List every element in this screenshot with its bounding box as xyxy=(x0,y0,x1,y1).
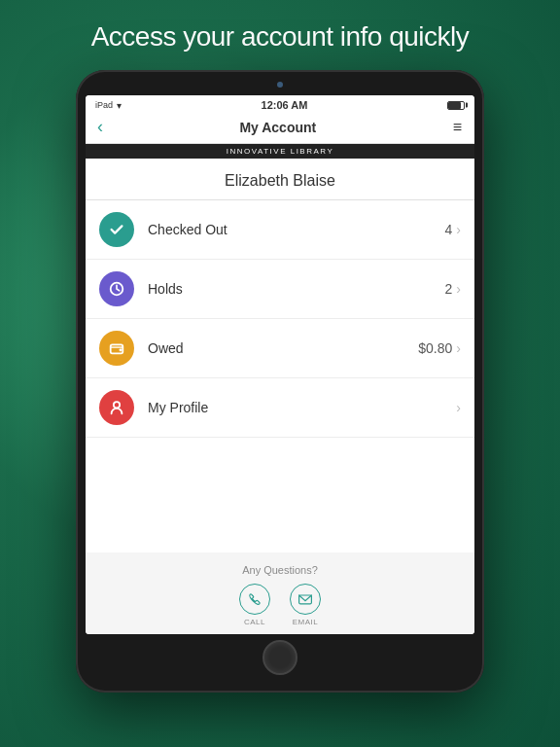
camera-dot xyxy=(277,82,283,88)
svg-rect-2 xyxy=(120,348,122,351)
clock-icon xyxy=(108,280,125,298)
nav-bar: ‹ My Account ≡ xyxy=(86,113,474,144)
phone-icon xyxy=(247,591,262,607)
email-icon xyxy=(298,591,313,607)
holds-label: Holds xyxy=(148,281,445,297)
content-area: Elizabeth Blaise Checked Out 4 › xyxy=(86,159,474,634)
library-label: INNOVATIVE LIBRARY xyxy=(227,147,334,156)
svg-point-3 xyxy=(114,402,120,408)
chevron-icon: › xyxy=(456,400,461,415)
chevron-icon: › xyxy=(456,222,461,237)
screen: iPad ▾ 12:06 AM ‹ My Account ≡ INNOVATIV… xyxy=(86,95,474,634)
battery-icon xyxy=(447,101,465,110)
call-button[interactable]: CALL xyxy=(239,584,270,626)
bottom-section: Any Questions? CALL xyxy=(86,552,474,634)
status-left: iPad ▾ xyxy=(95,100,122,111)
page-heading: Access your account info quickly xyxy=(0,21,560,53)
library-bar: INNOVATIVE LIBRARY xyxy=(86,144,474,159)
email-button[interactable]: EMAIL xyxy=(290,584,321,626)
holds-value: 2 xyxy=(445,281,453,297)
person-icon xyxy=(108,399,125,416)
owed-value: $0.80 xyxy=(418,340,452,356)
menu-list: Checked Out 4 › Holds 2 › xyxy=(86,200,474,552)
checked-out-label: Checked Out xyxy=(148,222,445,237)
time-display: 12:06 AM xyxy=(262,99,308,111)
status-right xyxy=(447,101,465,110)
wallet-icon xyxy=(108,339,125,357)
contact-buttons: CALL EMAIL xyxy=(86,584,474,626)
holds-icon-circle xyxy=(99,271,134,306)
chevron-icon: › xyxy=(456,281,461,297)
menu-item-checked-out[interactable]: Checked Out 4 › xyxy=(86,200,474,260)
menu-item-profile[interactable]: My Profile › xyxy=(86,378,474,438)
menu-button[interactable]: ≡ xyxy=(453,119,463,136)
menu-item-owed[interactable]: Owed $0.80 › xyxy=(86,319,474,378)
call-circle xyxy=(239,584,270,615)
back-button[interactable]: ‹ xyxy=(97,117,103,137)
nav-title: My Account xyxy=(239,120,316,135)
owed-icon-circle xyxy=(99,331,134,366)
user-name: Elizabeth Blaise xyxy=(86,159,474,200)
email-label: EMAIL xyxy=(293,618,319,626)
chevron-icon: › xyxy=(456,340,461,356)
menu-item-holds[interactable]: Holds 2 › xyxy=(86,260,474,319)
profile-label: My Profile xyxy=(148,400,452,415)
tablet-frame: iPad ▾ 12:06 AM ‹ My Account ≡ INNOVATIV… xyxy=(76,70,484,693)
questions-label: Any Questions? xyxy=(86,564,474,576)
email-circle xyxy=(290,584,321,615)
battery-fill xyxy=(448,102,461,109)
device-label: iPad xyxy=(95,100,113,110)
checked-out-icon-circle xyxy=(99,212,134,247)
home-button[interactable] xyxy=(262,640,298,675)
checked-out-value: 4 xyxy=(445,222,453,237)
wifi-icon: ▾ xyxy=(117,100,122,111)
profile-icon-circle xyxy=(99,390,134,425)
status-bar: iPad ▾ 12:06 AM xyxy=(86,95,474,113)
check-icon xyxy=(108,221,125,238)
call-label: CALL xyxy=(244,618,265,626)
owed-label: Owed xyxy=(148,340,418,356)
